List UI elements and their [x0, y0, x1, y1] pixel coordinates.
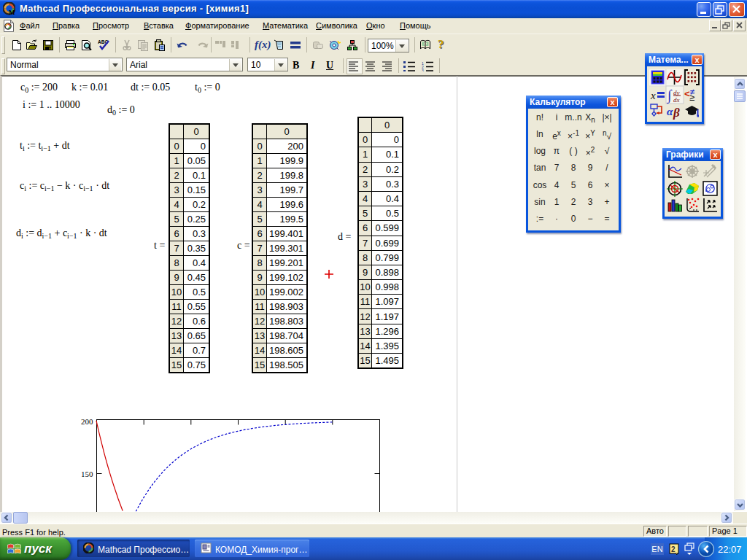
- svg-text:β: β: [673, 106, 680, 120]
- svg-text:150: 150: [81, 470, 93, 478]
- svg-text:M: M: [9, 9, 15, 15]
- svg-text:≥: ≥: [689, 92, 694, 103]
- svg-text:3: 3: [422, 69, 424, 71]
- svg-text:x: x: [650, 90, 656, 101]
- svg-text:2: 2: [671, 545, 676, 553]
- svg-text:α: α: [667, 106, 673, 117]
- svg-text:200: 200: [81, 417, 93, 426]
- svg-text:dx: dx: [673, 96, 680, 104]
